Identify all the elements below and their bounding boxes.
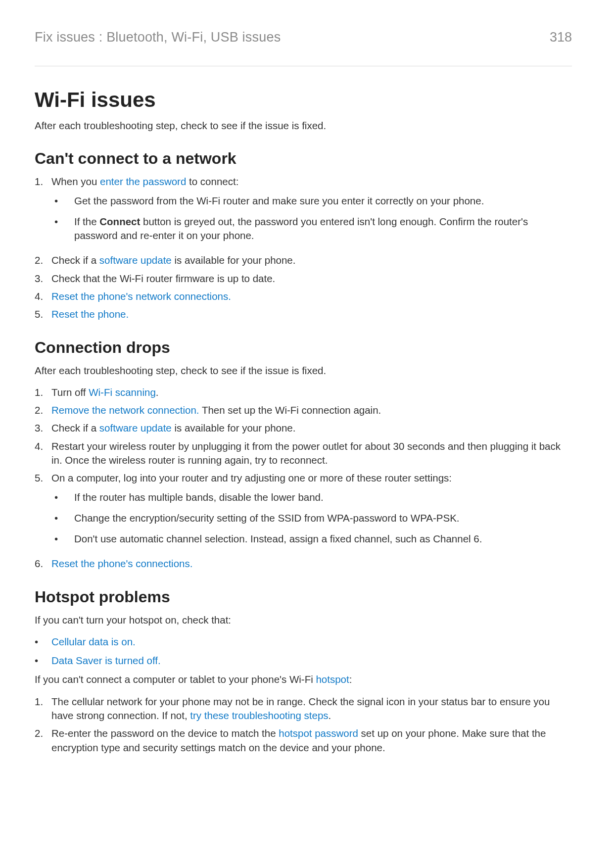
list-marker: 2.: [35, 253, 51, 267]
list-marker: 3.: [35, 421, 51, 435]
header-divider: [35, 66, 572, 66]
list-item: • Get the password from the Wi-Fi router…: [51, 194, 572, 208]
list-item: 1. Turn off Wi-Fi scanning.: [35, 386, 572, 399]
list-marker: 4.: [35, 289, 51, 303]
link-hotspot[interactable]: hotspot: [316, 674, 349, 685]
bullet-icon: •: [51, 490, 74, 504]
list-item: 2. Check if a software update is availab…: [35, 253, 572, 267]
link-hotspot-password[interactable]: hotspot password: [279, 727, 358, 739]
bold-connect: Connect: [99, 216, 140, 227]
list-marker: 1.: [35, 695, 51, 709]
list-item: • If the router has multiple bands, disa…: [51, 490, 572, 504]
page-number: 318: [550, 30, 572, 45]
list-item: 1. The cellular network for your phone m…: [35, 695, 572, 723]
list-item: 2. Re-enter the password on the device t…: [35, 726, 572, 755]
text: On a computer, log into your router and …: [51, 472, 452, 483]
list-marker: 5.: [35, 307, 51, 321]
list-item: 2. Remove the network connection. Then s…: [35, 403, 572, 417]
list-marker: 5.: [35, 471, 51, 485]
list-item: 5. On a computer, log into your router a…: [35, 471, 572, 553]
list-item: • Cellular data is on.: [35, 635, 572, 649]
text: is available for your phone.: [172, 254, 296, 266]
bullet-list-hotspot-checks: • Cellular data is on. • Data Saver is t…: [35, 635, 572, 668]
link-reset-phone[interactable]: Reset the phone.: [51, 308, 129, 320]
text: :: [349, 674, 352, 685]
bullet-icon: •: [51, 194, 74, 208]
list-cant-connect: 1. When you enter the password to connec…: [35, 175, 572, 321]
section-heading-hotspot: Hotspot problems: [35, 588, 572, 606]
list-marker: 1.: [35, 175, 51, 189]
bullet-icon: •: [35, 635, 51, 649]
link-remove-network[interactable]: Remove the network connection.: [51, 404, 199, 416]
list-item: 5. Reset the phone.: [35, 307, 572, 321]
text: Change the encryption/security setting o…: [74, 511, 572, 525]
text: Re-enter the password on the device to m…: [51, 727, 279, 739]
text: If you can't connect a computer or table…: [35, 673, 572, 686]
section-heading-cant-connect: Can't connect to a network: [35, 149, 572, 168]
page-header: Fix issues : Bluetooth, Wi-Fi, USB issue…: [35, 30, 572, 45]
list-item: • Don't use automatic channel selection.…: [51, 532, 572, 546]
text: Don't use automatic channel selection. I…: [74, 532, 572, 546]
bullet-icon: •: [35, 654, 51, 668]
link-reset-network[interactable]: Reset the phone's network connections.: [51, 290, 231, 302]
sublist: • Get the password from the Wi-Fi router…: [51, 194, 572, 243]
text: Restart your wireless router by unpluggi…: [51, 439, 572, 468]
sublist: • If the router has multiple bands, disa…: [51, 490, 572, 546]
text: Check if a: [51, 254, 99, 266]
link-troubleshooting-steps[interactable]: try these troubleshooting steps: [190, 710, 328, 721]
text: to connect:: [186, 176, 238, 187]
link-cellular-data[interactable]: Cellular data is on.: [51, 636, 136, 647]
list-item: • Change the encryption/security setting…: [51, 511, 572, 525]
link-software-update[interactable]: software update: [99, 254, 172, 266]
text: After each troubleshooting step, check t…: [35, 364, 572, 378]
list-connection-drops: 1. Turn off Wi-Fi scanning. 2. Remove th…: [35, 386, 572, 571]
link-enter-password[interactable]: enter the password: [100, 176, 186, 187]
link-reset-connections[interactable]: Reset the phone's connections.: [51, 558, 192, 569]
text: button is greyed out, the password you e…: [74, 216, 528, 241]
bullet-icon: •: [51, 215, 74, 229]
list-marker: 2.: [35, 726, 51, 740]
link-software-update[interactable]: software update: [99, 422, 172, 434]
text: If you can't turn your hotspot on, check…: [35, 613, 572, 627]
text: is available for your phone.: [172, 422, 296, 434]
text: If the: [74, 216, 99, 227]
text: Then set up the Wi-Fi connection again.: [199, 404, 381, 416]
breadcrumb: Fix issues : Bluetooth, Wi-Fi, USB issue…: [35, 30, 281, 45]
list-item: 3. Check if a software update is availab…: [35, 421, 572, 435]
list-item: 4. Restart your wireless router by unplu…: [35, 439, 572, 468]
text: Check that the Wi-Fi router firmware is …: [51, 272, 572, 286]
text: .: [329, 710, 331, 721]
list-item: 3. Check that the Wi-Fi router firmware …: [35, 272, 572, 286]
text: Turn off: [51, 386, 89, 398]
list-item: • Data Saver is turned off.: [35, 654, 572, 668]
text: If the router has multiple bands, disabl…: [74, 490, 572, 504]
list-item: 4. Reset the phone's network connections…: [35, 289, 572, 303]
text: Get the password from the Wi-Fi router a…: [74, 194, 572, 208]
list-item: • If the Connect button is greyed out, t…: [51, 215, 572, 243]
list-hotspot-steps: 1. The cellular network for your phone m…: [35, 695, 572, 755]
list-marker: 1.: [35, 386, 51, 399]
list-item: 6. Reset the phone's connections.: [35, 557, 572, 571]
text: When you: [51, 176, 100, 187]
link-wifi-scanning[interactable]: Wi-Fi scanning: [89, 386, 156, 398]
text: If you can't connect a computer or table…: [35, 674, 316, 685]
section-heading-connection-drops: Connection drops: [35, 338, 572, 357]
list-marker: 6.: [35, 557, 51, 571]
bullet-icon: •: [51, 532, 74, 546]
page-title: Wi-Fi issues: [35, 88, 572, 112]
list-marker: 4.: [35, 439, 51, 453]
text: Check if a: [51, 422, 99, 434]
list-marker: 2.: [35, 403, 51, 417]
list-item: 1. When you enter the password to connec…: [35, 175, 572, 249]
bullet-icon: •: [51, 511, 74, 525]
link-data-saver[interactable]: Data Saver is turned off.: [51, 655, 161, 666]
text: .: [156, 386, 159, 398]
list-marker: 3.: [35, 272, 51, 286]
intro-text: After each troubleshooting step, check t…: [35, 119, 572, 133]
